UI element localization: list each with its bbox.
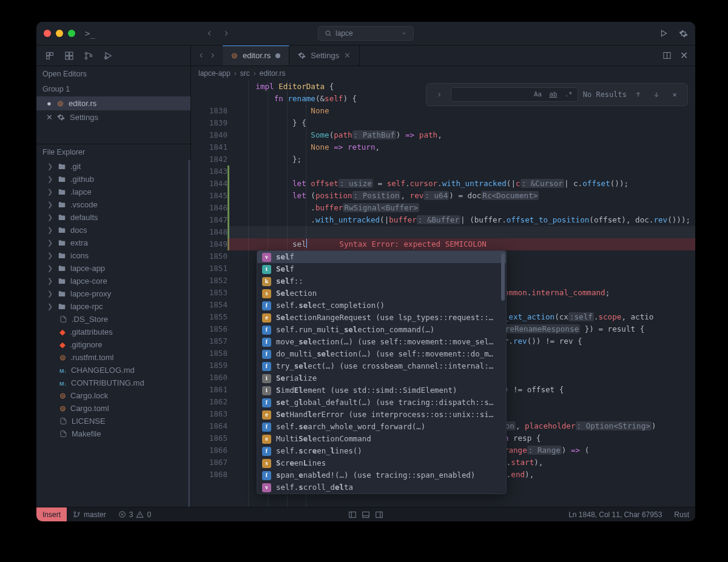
file-tree-item[interactable]: ◆.gitattributes: [36, 326, 188, 338]
close-editor-button[interactable]: ✕: [680, 50, 688, 61]
completion-item[interactable]: fself.select_completion(): [257, 299, 506, 312]
file-tree-item[interactable]: Makefile: [36, 427, 188, 440]
nav-back-button[interactable]: [201, 26, 217, 41]
completion-popup[interactable]: vselftSelfkself::sSelectionfself.select_…: [257, 250, 507, 494]
completion-item[interactable]: vself.scroll_delta: [257, 481, 506, 493]
file-tree-item[interactable]: ❯lapce-proxy: [36, 287, 188, 300]
tab-next-button[interactable]: [209, 52, 217, 59]
completion-item[interactable]: eMultiSelectionCommand: [257, 433, 506, 445]
file-tree-item[interactable]: .DS_Store: [36, 313, 188, 326]
file-tree-item[interactable]: ⊚Cargo.toml: [36, 402, 188, 415]
completion-item[interactable]: fself.run_multi_selection_command(…): [257, 324, 506, 336]
file-tree-item[interactable]: ❯.github: [36, 173, 188, 186]
nav-forward-button[interactable]: [218, 26, 234, 41]
line-gutter: 1838183918401841184218431844184518461847…: [191, 105, 235, 481]
file-tree-item[interactable]: LICENSE: [36, 415, 188, 427]
minimize-window-button[interactable]: [56, 30, 63, 37]
scm-activity-icon[interactable]: [84, 51, 93, 61]
file-tree-item[interactable]: ❯lapce-rpc: [36, 300, 188, 313]
find-regex-toggle[interactable]: .*: [565, 89, 573, 101]
completion-item[interactable]: kself::: [257, 275, 506, 287]
completion-label: Selection: [276, 287, 317, 299]
zoom-window-button[interactable]: [68, 30, 75, 37]
file-tree-item[interactable]: ⊚Cargo.lock: [36, 389, 188, 402]
tab-label: Settings: [311, 51, 339, 60]
completion-item[interactable]: fset_global_default(…) (use tracing::dis…: [257, 396, 506, 409]
completion-kind-icon: e: [262, 313, 271, 323]
open-editor-item[interactable]: ✕ Settings: [36, 110, 190, 124]
completion-item[interactable]: sSelection: [257, 287, 506, 299]
breadcrumb[interactable]: lapce-app › src › editor.rs: [191, 66, 695, 81]
completion-item[interactable]: eSetHandlerError (use interprocess::os::…: [257, 409, 506, 421]
completion-item[interactable]: iSimdElement (use std::simd::SimdElement…: [257, 384, 506, 396]
completion-item[interactable]: fdo_multi_selection(…) (use self::moveme…: [257, 348, 506, 360]
file-tree-label: Cargo.toml: [70, 404, 109, 413]
cursor-position[interactable]: Ln 1848, Col 11, Char 67953: [562, 510, 668, 519]
tab-settings[interactable]: Settings ✕: [289, 45, 360, 65]
debug-activity-icon[interactable]: [103, 51, 113, 61]
panel-layout-button-3[interactable]: [375, 510, 383, 519]
completion-item[interactable]: fself.search_whole_word_forward(…): [257, 421, 506, 433]
file-tree-item[interactable]: ❯lapce-app: [36, 262, 188, 275]
file-tree-label: docs: [70, 226, 87, 235]
file-tree-item[interactable]: ❯lapce-core: [36, 275, 188, 287]
find-word-toggle[interactable]: ab: [549, 89, 557, 101]
completion-item[interactable]: ftry_select(…) (use crossbeam_channel::i…: [257, 360, 506, 372]
git-branch-indicator[interactable]: master: [67, 510, 112, 519]
completion-item[interactable]: vself: [257, 251, 506, 263]
find-next-button[interactable]: [650, 88, 663, 101]
split-editor-button[interactable]: [662, 51, 672, 60]
completion-kind-icon: i: [262, 386, 271, 395]
completion-item[interactable]: fspan_enabled!(…) (use tracing::span_ena…: [257, 469, 506, 481]
chevron-right-icon: ›: [234, 69, 237, 78]
svg-rect-3: [47, 56, 50, 59]
breadcrumb-segment[interactable]: lapce-app: [198, 69, 231, 78]
file-tree-item[interactable]: ◆.gitignore: [36, 338, 188, 351]
close-icon[interactable]: ✕: [46, 113, 52, 122]
find-input[interactable]: Aa ab .*: [451, 87, 578, 102]
tab-prev-button[interactable]: [197, 52, 205, 59]
completion-item[interactable]: sScreenLines: [257, 457, 506, 469]
panel-layout-button-1[interactable]: [348, 510, 357, 519]
settings-button[interactable]: [679, 29, 688, 38]
breadcrumb-segment[interactable]: src: [240, 69, 250, 78]
file-tree-item[interactable]: ⊚.rustfmt.toml: [36, 351, 188, 364]
file-tree-item[interactable]: ❯defaults: [36, 211, 188, 224]
language-mode[interactable]: Rust: [668, 510, 695, 519]
find-prev-button[interactable]: [632, 88, 645, 101]
open-editor-item[interactable]: ● ⊚ editor.rs: [36, 96, 190, 110]
file-tree-item[interactable]: ❯.vscode: [36, 198, 188, 211]
file-tree-item[interactable]: ❯.lapce: [36, 186, 188, 198]
problems-indicator[interactable]: 3 0: [112, 510, 157, 519]
file-tree-item[interactable]: ❯docs: [36, 224, 188, 236]
completion-item[interactable]: fmove_selection(…) (use self::movement::…: [257, 336, 506, 348]
command-palette[interactable]: lapce: [318, 26, 414, 41]
file-tree-item[interactable]: M↓CONTRIBUTING.md: [36, 376, 188, 389]
completion-label: self.scroll_delta: [276, 481, 353, 493]
completion-item[interactable]: eSelectionRangeRequest (use lsp_types::r…: [257, 312, 506, 324]
file-tree[interactable]: ❯.git❯.github❯.lapce❯.vscode❯defaults❯do…: [36, 160, 190, 507]
completion-kind-icon: s: [262, 289, 271, 298]
svg-rect-1: [47, 52, 50, 55]
breadcrumb-segment[interactable]: editor.rs: [260, 69, 286, 78]
find-close-button[interactable]: ✕: [668, 88, 681, 101]
file-tree-item[interactable]: ❯icons: [36, 249, 188, 262]
file-tree-item[interactable]: ❯.git: [36, 160, 188, 173]
find-expand-button[interactable]: [433, 88, 446, 101]
close-window-button[interactable]: [44, 30, 51, 37]
error-icon: [118, 510, 126, 518]
close-tab-button[interactable]: ✕: [344, 51, 351, 60]
file-tree-item[interactable]: M↓CHANGELOG.md: [36, 364, 188, 376]
explorer-activity-icon[interactable]: [45, 51, 55, 61]
find-case-toggle[interactable]: Aa: [534, 89, 542, 101]
completion-item[interactable]: iSerialize: [257, 372, 506, 384]
panel-layout-button-2[interactable]: [362, 510, 370, 519]
code-editor[interactable]: impl EditorData { fn rename(&self) { 183…: [191, 81, 695, 507]
tab-editor-rs[interactable]: ⊚ editor.rs: [223, 45, 289, 65]
run-button[interactable]: [659, 29, 668, 38]
completion-scrollbar[interactable]: [501, 253, 505, 301]
file-tree-item[interactable]: ❯extra: [36, 236, 188, 249]
extensions-activity-icon[interactable]: [64, 51, 74, 61]
completion-item[interactable]: tSelf: [257, 263, 506, 275]
completion-item[interactable]: fself.screen_lines(): [257, 445, 506, 457]
